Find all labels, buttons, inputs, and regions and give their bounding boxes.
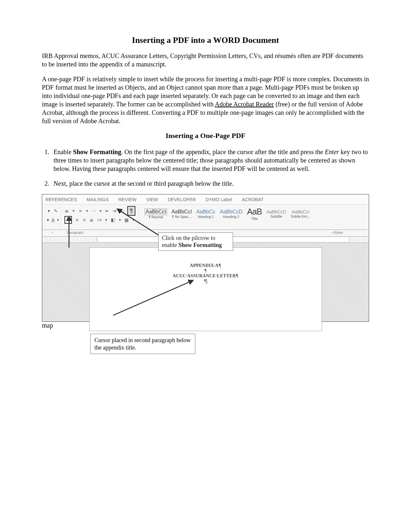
tab-mailings[interactable]: MAILINGS: [87, 197, 109, 202]
font-color-icon[interactable]: A: [52, 217, 54, 223]
decrease-indent-icon[interactable]: ⇤: [105, 208, 110, 214]
dropdown-icon[interactable]: ▾: [47, 208, 51, 214]
cursor-caption: Cursor placed in second paragraph below …: [90, 334, 195, 354]
tab-developer[interactable]: DEVELOPER: [168, 197, 196, 202]
document-page[interactable]: APPENDIX·A¶ ¶ ACUC·ASSURANCE·LETTER¶ ¶: [89, 247, 322, 331]
format-painter-icon[interactable]: ✎: [54, 208, 58, 214]
intro-paragraph-1: IRB Approval memos, ACUC Assurance Lette…: [42, 52, 369, 68]
section-heading: Inserting a One-Page PDF: [42, 132, 369, 140]
ribbon-tabs: REFERENCES MAILINGS REVIEW VIEW DEVELOPE…: [42, 194, 369, 204]
style-heading-2[interactable]: AaBbCcDHeading 2: [220, 209, 242, 219]
align-left-icon[interactable]: ≡: [64, 216, 72, 224]
style-normal[interactable]: AaBbCcI¶ Normal: [145, 209, 167, 219]
steps-list: Enable Show Formatting. On the first pag…: [42, 148, 369, 188]
numbering-icon[interactable]: ≡: [78, 208, 83, 214]
step-1: Enable Show Formatting. On the first pag…: [51, 148, 369, 173]
word-screenshot: REFERENCES MAILINGS REVIEW VIEW DEVELOPE…: [42, 194, 369, 322]
document-area: APPENDIX·A¶ ¶ ACUC·ASSURANCE·LETTER¶ ¶: [42, 243, 369, 321]
multilevel-list-icon[interactable]: ⋯: [92, 208, 96, 214]
intro-paragraph-2: A one-page PDF is relatively simple to i…: [42, 75, 369, 125]
sort-icon[interactable]: A↓: [120, 208, 125, 214]
shading-icon[interactable]: ◧: [111, 217, 115, 223]
style-subtitle[interactable]: AaBbCcDSubtitle: [266, 209, 286, 219]
style-no-spacing[interactable]: AaBbCcI¶ No Spac...: [171, 209, 192, 219]
text-cursor-icon: [207, 279, 207, 284]
dropdown-icon[interactable]: ▾: [47, 217, 49, 223]
paragraph-mark-cursor: ¶: [90, 279, 322, 284]
ribbon-body: ▾✎ ▾A▾ ≣▾ ≡▾ ⋯▾ ⇤ ⇥ A↓ ¶ ≡ ≡: [42, 204, 369, 230]
styles-gallery[interactable]: AaBbCcI¶ Normal AaBbCcI¶ No Spac... AaBb…: [142, 206, 364, 222]
increase-indent-icon[interactable]: ⇥: [112, 208, 117, 214]
tab-dymo-label[interactable]: DYMO Label: [206, 197, 232, 202]
paragraph-group-label: Paragraph: [67, 231, 83, 234]
style-heading-1[interactable]: AaBbCcHeading 1: [196, 209, 215, 219]
line-spacing-icon[interactable]: ↕≡: [97, 217, 102, 223]
style-title[interactable]: AaBTitle: [247, 207, 262, 221]
style-subtle-emphasis[interactable]: AaBbCcISubtle Em...: [291, 209, 310, 219]
enter-key-italic: Enter: [325, 148, 339, 155]
tab-review[interactable]: REVIEW: [118, 197, 136, 202]
appendix-subtitle-line: ACUC·ASSURANCE·LETTER¶: [90, 273, 322, 279]
show-formatting-bold: Show Formatting: [73, 148, 121, 155]
tab-view[interactable]: VIEW: [146, 197, 158, 202]
tab-references[interactable]: REFERENCES: [45, 197, 77, 202]
bullets-icon[interactable]: ≣: [64, 208, 69, 214]
align-right-icon[interactable]: ≡: [82, 217, 87, 223]
borders-icon[interactable]: ▦: [124, 217, 129, 223]
align-center-icon[interactable]: ≡: [74, 217, 79, 223]
styles-group-label: Styles: [333, 231, 343, 234]
paragraph-mark: ¶: [90, 268, 322, 273]
pilcrow-button[interactable]: ¶: [127, 206, 135, 216]
adobe-acrobat-reader-link[interactable]: Adobe Acrobat Reader: [215, 101, 274, 108]
tab-acrobat[interactable]: ACROBAT: [242, 197, 264, 202]
page-title: Inserting a PDF into a WORD Document: [42, 35, 369, 45]
appendix-title-line: APPENDIX·A¶: [90, 263, 322, 268]
justify-icon[interactable]: ≣: [89, 217, 94, 223]
pilcrow-callout: Click on the pilcrow to enable Show Form…: [158, 232, 233, 251]
step-2: Next, place the cursor at the second or …: [51, 179, 369, 188]
